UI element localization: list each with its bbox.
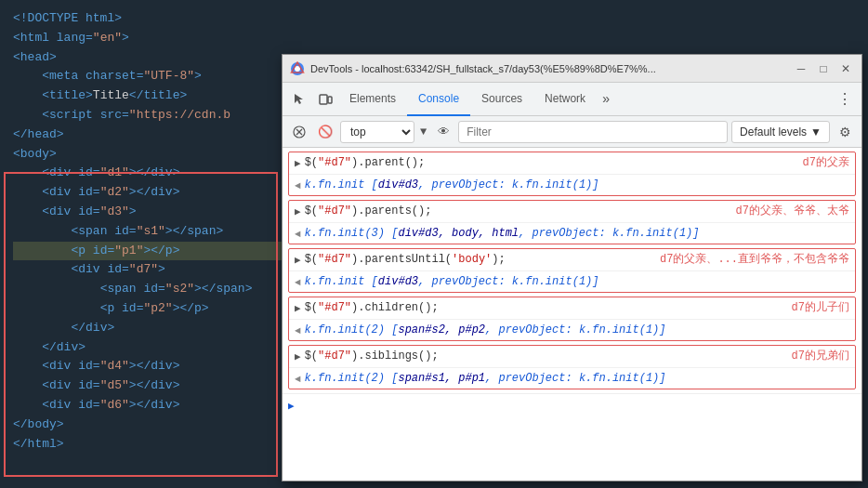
console-input-2: ▶ $("#d7").parents(); d7的父亲、爷爷、太爷 [289, 201, 855, 223]
console-comment-3: d7的父亲、...直到爷爷，不包含爷爷 [660, 251, 849, 268]
console-group-1: ▶ $("#d7").parent(); d7的父亲 ◄ k.fn.init [… [288, 152, 856, 196]
console-output-4: ◄ k.fn.init(2) [span#s2, p#p2, prevObjec… [289, 320, 855, 341]
console-comment-2: d7的父亲、爷爷、太爷 [736, 203, 849, 219]
console-comment-4: d7的儿子们 [792, 299, 849, 316]
console-comment-1: d7的父亲 [803, 154, 849, 171]
console-group-4: ▶ $("#d7").children(); d7的儿子们 ◄ k.fn.ini… [288, 297, 856, 341]
clear-console-button[interactable] [288, 121, 310, 143]
return-arrow-3: ◄ [295, 273, 301, 291]
clear-icon [293, 125, 306, 138]
devtools-window: DevTools - localhost:63342/SH_fullstack_… [282, 54, 862, 481]
device-toolbar-button[interactable] [312, 86, 338, 112]
svg-rect-3 [328, 97, 332, 103]
console-result-4: k.fn.init(2) [span#s2, p#p2, prevObject:… [305, 322, 849, 338]
dropdown-icon: ▼ [810, 125, 822, 138]
return-arrow-4: ◄ [295, 322, 301, 339]
console-result-5: k.fn.init(2) [span#s1, p#p1, prevObject:… [305, 370, 849, 387]
prompt-arrow: ▶ [288, 398, 295, 412]
devtools-titlebar: DevTools - localhost:63342/SH_fullstack_… [283, 55, 861, 83]
console-code-4: $("#d7").children(); [305, 299, 781, 316]
settings-button[interactable]: ⚙ [834, 121, 856, 143]
console-result-1: k.fn.init [div#d3, prevObject: k.fn.init… [305, 177, 849, 193]
return-arrow-5: ◄ [295, 370, 301, 388]
default-levels-button[interactable]: Default levels ▼ [731, 121, 830, 143]
tabs-more-button[interactable]: » [597, 92, 615, 107]
console-code-3: $("#d7").parentsUntil('body'); [305, 251, 649, 268]
devtools-title-text: DevTools - localhost:63342/SH_fullstack_… [310, 63, 787, 74]
code-line-2: <html lang="en"> [13, 29, 859, 48]
console-output[interactable]: ▶ $("#d7").parent(); d7的父亲 ◄ k.fn.init [… [283, 148, 861, 481]
console-input-5: ▶ $("#d7").siblings(); d7的兄弟们 [289, 346, 855, 368]
dropdown-arrow-icon: ▼ [418, 125, 428, 138]
devtools-tabs-bar: Elements Console Sources Network » ⋮ [283, 83, 861, 116]
cursor-icon [292, 92, 307, 107]
console-group-2: ▶ $("#d7").parents(); d7的父亲、爷爷、太爷 ◄ k.fn… [288, 200, 856, 244]
minimize-button[interactable]: ─ [793, 60, 809, 77]
console-output-2: ◄ k.fn.init(3) [div#d3, body, html, prev… [289, 223, 855, 244]
return-arrow-2: ◄ [295, 225, 301, 243]
device-icon [318, 92, 333, 107]
console-output-1: ◄ k.fn.init [div#d3, prevObject: k.fn.in… [289, 175, 855, 196]
chrome-icon [290, 61, 305, 76]
filter-toggle-button[interactable]: 🚫 [314, 121, 336, 143]
console-input-4: ▶ $("#d7").children(); d7的儿子们 [289, 297, 855, 320]
console-code-5: $("#d7").siblings(); [305, 348, 781, 364]
svg-rect-2 [320, 95, 327, 104]
console-comment-5: d7的兄弟们 [792, 348, 849, 364]
console-group-5: ▶ $("#d7").siblings(); d7的兄弟们 ◄ k.fn.ini… [288, 345, 856, 389]
console-output-5: ◄ k.fn.init(2) [span#s1, p#p1, prevObjec… [289, 368, 855, 389]
close-button[interactable]: ✕ [837, 60, 854, 77]
tab-sources[interactable]: Sources [470, 83, 533, 116]
console-input-3: ▶ $("#d7").parentsUntil('body'); d7的父亲、.… [289, 249, 855, 271]
console-result-3: k.fn.init [div#d3, prevObject: k.fn.init… [305, 273, 849, 290]
console-group-3: ▶ $("#d7").parentsUntil('body'); d7的父亲、.… [288, 248, 856, 293]
console-code-2: $("#d7").parents(); [305, 203, 725, 219]
context-select[interactable]: top [340, 121, 414, 143]
inspect-element-button[interactable] [286, 86, 312, 112]
input-arrow-1: ▶ [295, 154, 301, 172]
console-input-1: ▶ $("#d7").parent(); d7的父亲 [289, 152, 855, 175]
devtools-menu-button[interactable]: ⋮ [832, 90, 858, 109]
input-arrow-5: ▶ [295, 348, 301, 365]
console-output-3: ◄ k.fn.init [div#d3, prevObject: k.fn.in… [289, 271, 855, 293]
filter-input[interactable] [458, 121, 728, 143]
tab-network[interactable]: Network [533, 83, 597, 116]
input-arrow-2: ▶ [295, 203, 301, 220]
console-code-1: $("#d7").parent(); [305, 154, 792, 171]
maximize-button[interactable]: □ [815, 60, 832, 77]
input-arrow-4: ▶ [295, 299, 301, 317]
return-arrow-1: ◄ [295, 177, 301, 194]
code-line-1: <!DOCTYPE html> [13, 9, 859, 29]
eye-button[interactable]: 👁 [432, 121, 454, 143]
console-result-2: k.fn.init(3) [div#d3, body, html, prevOb… [305, 225, 849, 242]
console-input-line[interactable]: ▶ [283, 393, 861, 415]
tab-elements[interactable]: Elements [338, 83, 407, 116]
input-arrow-3: ▶ [295, 251, 301, 269]
tab-console[interactable]: Console [407, 83, 470, 116]
console-toolbar: 🚫 top ▼ 👁 Default levels ▼ ⚙ [283, 116, 861, 148]
